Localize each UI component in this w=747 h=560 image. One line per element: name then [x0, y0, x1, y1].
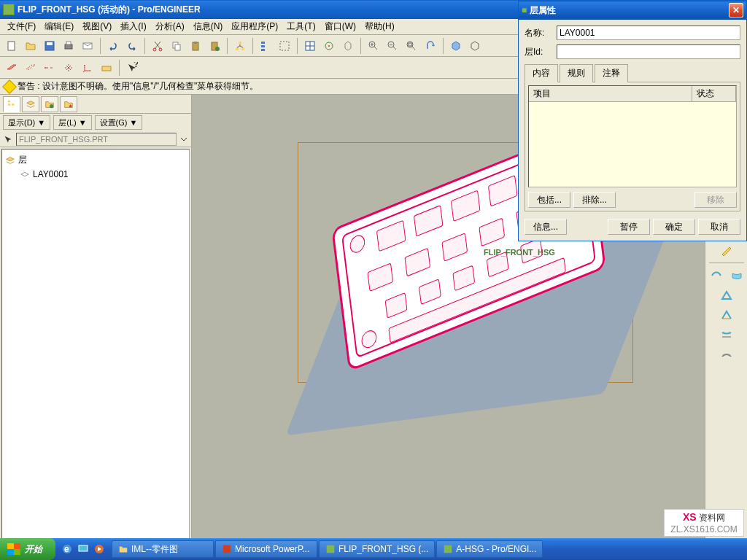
spin-center-button[interactable]: [320, 37, 338, 55]
start-button[interactable]: 开始: [0, 538, 55, 560]
pause-button[interactable]: 暂停: [608, 219, 650, 235]
file-field[interactable]: [16, 133, 177, 146]
tab-favorites[interactable]: [60, 96, 77, 112]
model-tree-button[interactable]: [257, 37, 274, 55]
tab-comment[interactable]: 注释: [595, 64, 628, 82]
tab-folder[interactable]: [41, 96, 58, 112]
view-manager-button[interactable]: [301, 37, 319, 55]
zoom-out-button[interactable]: [384, 37, 401, 55]
dialog-title: 层属性: [530, 4, 556, 17]
task-item[interactable]: FLIP_FRONT_HSG (...: [319, 540, 435, 558]
menu-view[interactable]: 视图(V): [78, 19, 116, 34]
task-item[interactable]: Microsoft PowerP...: [215, 540, 317, 558]
paste-button[interactable]: [187, 37, 204, 55]
menu-edit[interactable]: 编辑(E): [40, 19, 78, 34]
layer-properties-dialog: ■ 层属性 ✕ 名称: 层Id: 内容 规则 注释 项目 状态 包括.: [518, 0, 747, 241]
tree-layer-item[interactable]: LAY0001: [5, 168, 186, 181]
left-panel: 显示(D) ▼ 层(L) ▼ 设置(G) ▼ 层 LAY0001: [0, 95, 192, 547]
datum-axis-button[interactable]: [41, 59, 58, 77]
include-button[interactable]: 包括...: [528, 192, 570, 208]
dialog-titlebar[interactable]: ■ 层属性 ✕: [519, 1, 746, 20]
undo-button[interactable]: [104, 37, 122, 55]
copy-button[interactable]: [168, 37, 185, 55]
datum-plane-button[interactable]: [3, 59, 20, 77]
task-item[interactable]: A-HSG - Pro/ENGI...: [436, 540, 543, 558]
svg-rect-43: [223, 545, 231, 553]
boundary-button[interactable]: [717, 287, 736, 304]
surface-button[interactable]: [727, 267, 746, 284]
help-arrow-button[interactable]: ?: [123, 59, 141, 77]
layer-tree[interactable]: 层 LAY0001: [1, 149, 190, 545]
merge-button[interactable]: [717, 306, 736, 324]
tree-root-label: 层: [18, 154, 27, 166]
col-status[interactable]: 状态: [692, 86, 736, 101]
menu-help[interactable]: 帮助(H): [360, 19, 399, 34]
trim-button[interactable]: [717, 326, 736, 343]
taskbar: 开始 e IML--零件图 Microsoft PowerP... FLIP_F…: [0, 538, 747, 560]
cut-button[interactable]: [149, 37, 166, 55]
svg-point-34: [50, 104, 53, 108]
exclude-button[interactable]: 排除...: [573, 192, 616, 208]
shaded-button[interactable]: [447, 37, 465, 55]
col-item[interactable]: 项目: [529, 86, 692, 101]
info-button[interactable]: 信息...: [525, 219, 567, 235]
print-button[interactable]: [60, 37, 77, 55]
selection-button[interactable]: [276, 37, 293, 55]
name-label: 名称:: [525, 27, 552, 39]
cancel-button[interactable]: 取消: [698, 219, 740, 235]
dialog-close-button[interactable]: ✕: [729, 3, 743, 18]
sketch-button[interactable]: [717, 241, 736, 259]
hidden-line-button[interactable]: [466, 37, 484, 55]
datum-plane-dashed-button[interactable]: [22, 59, 39, 77]
zoom-in-button[interactable]: [365, 37, 382, 55]
item-list[interactable]: 项目 状态: [528, 85, 737, 187]
name-input[interactable]: [557, 26, 740, 40]
tab-model-tree[interactable]: [3, 96, 20, 112]
remove-button[interactable]: 移除: [694, 192, 737, 208]
regen-button[interactable]: [231, 37, 249, 55]
menu-info[interactable]: 信息(N): [189, 19, 228, 34]
menu-file[interactable]: 文件(F): [3, 19, 40, 34]
svg-rect-44: [327, 545, 335, 553]
orient-button[interactable]: [339, 37, 357, 55]
extend-button[interactable]: [717, 346, 736, 363]
datum-point-button[interactable]: [60, 59, 77, 77]
tab-rules[interactable]: 规则: [560, 64, 593, 82]
desktop-icon[interactable]: [76, 542, 90, 556]
repaint-button[interactable]: [422, 37, 439, 55]
tab-content[interactable]: 内容: [525, 64, 558, 82]
open-button[interactable]: [22, 37, 39, 55]
app-icon: [3, 4, 15, 15]
display-dropdown[interactable]: 显示(D) ▼: [3, 115, 50, 130]
style-button[interactable]: [707, 267, 726, 284]
menu-app[interactable]: 应用程序(P): [227, 19, 282, 34]
settings-dropdown[interactable]: 设置(G) ▼: [95, 115, 143, 130]
menu-insert[interactable]: 插入(I): [116, 19, 150, 34]
paste-special-button[interactable]: [206, 37, 223, 55]
player-icon[interactable]: [92, 542, 107, 556]
layer-dropdown[interactable]: 层(L) ▼: [53, 115, 91, 130]
tab-layer-tree[interactable]: [22, 96, 39, 112]
menu-analysis[interactable]: 分析(A): [151, 19, 189, 34]
email-button[interactable]: [79, 37, 96, 55]
tree-root-item[interactable]: 层: [5, 152, 186, 168]
id-input[interactable]: [557, 44, 740, 59]
layer-icon: [20, 170, 30, 179]
ie-icon[interactable]: e: [60, 542, 74, 556]
annotation-button[interactable]: [98, 59, 115, 77]
svg-rect-31: [8, 100, 11, 102]
dropdown-icon[interactable]: [179, 135, 188, 144]
warning-icon: [2, 79, 17, 94]
menu-tools[interactable]: 工具(T): [282, 19, 320, 34]
svg-rect-32: [8, 104, 11, 106]
new-button[interactable]: [3, 37, 20, 55]
redo-button[interactable]: [123, 37, 141, 55]
ok-button[interactable]: 确定: [653, 219, 695, 235]
menu-window[interactable]: 窗口(W): [320, 19, 360, 34]
refit-button[interactable]: [403, 37, 420, 55]
task-item[interactable]: IML--零件图: [112, 540, 214, 558]
svg-rect-2: [47, 42, 53, 45]
svg-rect-19: [261, 49, 265, 51]
datum-csys-button[interactable]: [79, 59, 96, 77]
save-button[interactable]: [41, 37, 58, 55]
